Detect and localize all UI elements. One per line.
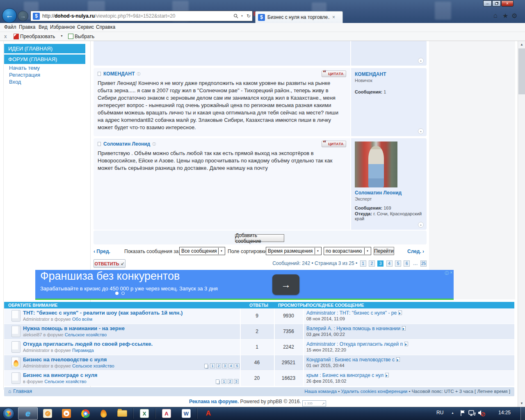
home-link[interactable]: ⌂Главная bbox=[8, 388, 32, 394]
select-button[interactable]: Выбрать bbox=[75, 34, 94, 39]
home-icon[interactable]: ⌂ bbox=[493, 12, 498, 19]
goto-last-post-icon[interactable] bbox=[402, 326, 406, 331]
topic-page-button[interactable]: 5 bbox=[235, 363, 240, 368]
search-icon[interactable] bbox=[233, 14, 238, 18]
menu-view[interactable]: Вид bbox=[39, 24, 48, 30]
sort-field-select[interactable]: Время размещения ▼ bbox=[266, 247, 322, 255]
sidebar-item-ideas[interactable]: ИДЕИ (ГЛАВНАЯ) bbox=[4, 44, 85, 53]
scrollbar-thumb[interactable] bbox=[518, 48, 525, 94]
add-message-button[interactable]: Добавить сообщение bbox=[235, 234, 284, 242]
page-scrollbar[interactable]: ▲ ▼ bbox=[518, 41, 525, 407]
settings-gear-icon[interactable]: ⚙ bbox=[511, 12, 517, 20]
network-icon[interactable] bbox=[468, 410, 476, 417]
forward-button[interactable]: → bbox=[18, 11, 28, 21]
forum-link[interactable]: Сельское хозяйство bbox=[65, 332, 107, 337]
post-author-link[interactable]: КОМЕНДАНТ bbox=[103, 71, 135, 77]
goto-last-post-icon[interactable] bbox=[396, 357, 400, 362]
adchoices-info-icon[interactable]: ⓘ bbox=[445, 270, 449, 276]
topic-row[interactable]: Откуда пригласить людей по своей реф-ссы… bbox=[4, 340, 514, 355]
avatar[interactable] bbox=[355, 142, 397, 187]
convert-dropdown-icon[interactable]: ▼ bbox=[60, 34, 63, 37]
forum-link[interactable]: Пирамида bbox=[72, 348, 94, 353]
next-page-link[interactable]: След. › bbox=[407, 249, 424, 254]
sidebar-link-registration[interactable]: Регистрация bbox=[9, 72, 40, 78]
topic-title-link[interactable]: Откуда пригласить людей по своей реф-ссы… bbox=[23, 341, 153, 347]
carousel-dots[interactable] bbox=[115, 292, 125, 295]
visit-counter[interactable]: 1 335↗ bbox=[302, 400, 326, 406]
select-arrow-icon[interactable]: ▼ bbox=[218, 248, 224, 254]
prev-page-link[interactable]: ‹ Пред. bbox=[94, 249, 110, 254]
menu-file[interactable]: Файл bbox=[4, 24, 16, 30]
taskbar-excel-button[interactable]: X bbox=[135, 407, 153, 420]
topic-title-link[interactable]: Бизнес на пчеловодстве с нуля bbox=[23, 356, 107, 363]
menu-help[interactable]: Справка bbox=[96, 24, 115, 30]
forum-link[interactable]: Сельское хозяйство bbox=[44, 379, 86, 384]
adchoices-close-icon[interactable]: × bbox=[450, 270, 452, 276]
taskbar-word-button[interactable]: W bbox=[177, 407, 195, 420]
goto-last-post-icon[interactable] bbox=[385, 373, 389, 377]
convert-button[interactable]: Преобразовать bbox=[20, 34, 55, 39]
topic-title-link[interactable]: Бизнес на винограде с нуля bbox=[23, 372, 97, 378]
url-text[interactable]: http://dohod-s-nulya.ru/viewtopic.php?f=… bbox=[42, 13, 233, 19]
window-close-button[interactable]: × bbox=[501, 0, 514, 7]
adchoices[interactable]: ⓘ× bbox=[445, 270, 452, 276]
taskbar-chrome-button[interactable] bbox=[77, 407, 94, 420]
reply-button[interactable]: ОТВЕТИТЬ ↙ bbox=[94, 259, 126, 268]
last-post-title[interactable]: ТНТ: "бизнес с нуля" - ре bbox=[340, 310, 397, 316]
quote-button[interactable]: “ ЦИТАТА bbox=[322, 141, 346, 147]
address-dropdown-icon[interactable]: ▼ bbox=[241, 15, 243, 17]
team-link[interactable]: Наша команда bbox=[304, 389, 337, 394]
page-number-button[interactable]: 6 bbox=[404, 260, 410, 267]
select-arrow-icon[interactable]: ▼ bbox=[364, 248, 370, 254]
profile-username[interactable]: Соломатин Леонид bbox=[355, 190, 424, 196]
address-bar[interactable]: $ http://dohod-s-nulya.ru/viewtopic.php?… bbox=[30, 11, 253, 21]
menu-edit[interactable]: Правка bbox=[19, 24, 36, 30]
show-desktop-button[interactable] bbox=[520, 407, 525, 420]
last-post-title[interactable]: Откуда пригласить людей п bbox=[340, 341, 403, 347]
topic-page-button[interactable]: 2 bbox=[228, 379, 233, 384]
taskbar-media-player-button[interactable]: ▶ bbox=[58, 407, 75, 420]
topic-row[interactable]: Нужна помощь в начинании - на зерне alek… bbox=[4, 324, 514, 339]
sidebar-link-login[interactable]: Вход bbox=[9, 79, 21, 85]
topic-row[interactable]: Бизнес на винограде с нуля в форуме Сель… bbox=[4, 371, 514, 386]
topic-title-link[interactable]: Нужна помощь в начинании - на зерне bbox=[23, 325, 125, 331]
action-center-flag-icon[interactable] bbox=[459, 409, 466, 417]
window-minimize-button[interactable]: – bbox=[483, 0, 492, 7]
scroll-top-icon[interactable]: ▲ bbox=[418, 58, 424, 64]
back-button[interactable]: ← bbox=[2, 8, 17, 23]
tray-expand-icon[interactable]: ▲ bbox=[451, 411, 454, 414]
favorites-star-icon[interactable]: ★ bbox=[502, 12, 508, 20]
sort-order-select[interactable]: по возрастанию ▼ bbox=[324, 247, 371, 255]
menu-tools[interactable]: Сервис bbox=[77, 24, 94, 30]
ad-next-button[interactable]: → bbox=[272, 274, 299, 295]
scroll-top-icon[interactable]: ▲ bbox=[418, 222, 424, 228]
taskbar-explorer-button[interactable] bbox=[113, 407, 131, 420]
page-number-button[interactable]: 5 bbox=[395, 260, 401, 267]
goto-last-post-icon[interactable] bbox=[398, 310, 402, 315]
topic-page-button[interactable]: 2 bbox=[216, 363, 221, 368]
sidebar-item-forum[interactable]: ФОРУМ (ГЛАВНАЯ) bbox=[4, 55, 85, 64]
goto-last-post-icon[interactable] bbox=[404, 342, 408, 346]
last-post-author[interactable]: Кондратий bbox=[306, 357, 331, 363]
last-post-author[interactable]: Administrator bbox=[306, 310, 336, 316]
scroll-top-icon[interactable]: ▲ bbox=[418, 128, 424, 134]
clock[interactable]: 14:25 bbox=[498, 410, 511, 415]
start-button[interactable] bbox=[2, 408, 14, 420]
last-post-author[interactable]: Валерий А. bbox=[306, 326, 332, 331]
taskbar-ie-button[interactable]: e bbox=[18, 407, 38, 420]
last-post-title[interactable]: Бизнес на пчеловодстве с bbox=[335, 357, 395, 363]
dot-active[interactable] bbox=[115, 292, 119, 295]
window-restore-button[interactable] bbox=[492, 0, 501, 7]
taskbar-autocad-button[interactable]: A bbox=[199, 407, 217, 420]
delete-cookies-link[interactable]: Удалить cookies конференции bbox=[341, 389, 408, 394]
taskbar-flame-app-button[interactable] bbox=[95, 407, 112, 420]
volume-muted-icon[interactable] bbox=[477, 409, 486, 417]
page-number-button[interactable]: 2 bbox=[369, 260, 375, 267]
tab-close-icon[interactable]: × bbox=[332, 14, 335, 20]
last-post-author[interactable]: крым bbox=[306, 372, 318, 378]
topic-page-button[interactable]: 4 bbox=[228, 363, 233, 368]
taskbar-pdf-reader-button[interactable]: A bbox=[158, 407, 176, 420]
topic-page-button[interactable]: 3 bbox=[222, 363, 227, 368]
profile-username[interactable]: КОМЕНДАНТ bbox=[355, 71, 424, 77]
language-indicator[interactable]: RU bbox=[436, 410, 443, 415]
